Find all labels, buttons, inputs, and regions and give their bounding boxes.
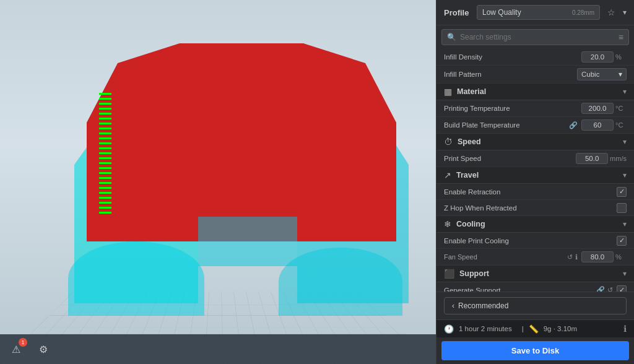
recommended-back-icon: ‹ <box>452 301 454 310</box>
generate-support-row: Generate Support 🔗 ↺ ✓ <box>436 282 634 292</box>
infill-density-unit: % <box>615 53 627 61</box>
infill-pattern-dropdown[interactable]: Cubic ▾ <box>577 68 627 80</box>
3d-viewport: ⚠ 1 ⚙ <box>0 0 436 364</box>
infill-density-row: Infill Density 20.0 % <box>436 49 634 66</box>
profile-header: Profile Low Quality 0.28mm ☆ ▾ <box>436 0 634 25</box>
build-plate-temp-label: Build Plate Temperature <box>444 121 569 129</box>
model-seam-lines <box>99 93 111 217</box>
build-plate-temp-row: Build Plate Temperature 🔗 60 °C <box>436 117 634 134</box>
travel-chevron-icon: ▾ <box>623 171 627 180</box>
recommended-button[interactable]: ‹ Recommended <box>444 297 627 314</box>
separator: | <box>522 325 524 332</box>
enable-retraction-label: Enable Retraction <box>444 188 617 196</box>
travel-icon: ↗ <box>444 170 451 180</box>
speed-title: Speed <box>458 137 623 146</box>
enable-cooling-checkbox[interactable]: ✓ <box>617 236 627 246</box>
notification-button[interactable]: ⚠ 1 <box>7 340 25 358</box>
printing-temp-value[interactable]: 200.0 <box>581 103 614 114</box>
model-main-body <box>87 43 396 241</box>
cooling-title: Cooling <box>456 220 623 228</box>
search-bar: 🔍 ≡ <box>441 29 629 45</box>
cooling-chevron-icon: ▾ <box>623 220 627 228</box>
fan-speed-unit: % <box>615 253 627 261</box>
zhop-label: Z Hop When Retracted <box>444 204 617 212</box>
profile-expand-icon[interactable]: ▾ <box>623 8 627 17</box>
support-icon: ⬛ <box>444 269 454 279</box>
save-to-disk-button[interactable]: Save to Disk <box>441 341 629 360</box>
print-speed-value[interactable]: 50.0 <box>576 153 608 164</box>
printing-temp-row: Printing Temperature 200.0 °C <box>436 100 634 117</box>
support-title: Support <box>459 269 623 278</box>
infill-density-label: Infill Density <box>444 53 581 61</box>
travel-section[interactable]: ↗ Travel ▾ <box>436 167 634 184</box>
3d-model <box>37 19 421 328</box>
search-input[interactable] <box>460 33 615 41</box>
enable-retraction-checkbox[interactable]: ✓ <box>617 187 627 197</box>
profile-label: Profile <box>444 8 472 17</box>
material-icon: ▦ <box>444 87 452 97</box>
recommended-bar: ‹ Recommended <box>436 292 634 319</box>
print-speed-row: Print Speed 50.0 mm/s <box>436 150 634 167</box>
material-chevron-icon: ▾ <box>623 87 627 96</box>
settings-list: Infill Density 20.0 % Infill Pattern Cub… <box>436 49 634 292</box>
profile-select[interactable]: Low Quality 0.28mm <box>477 5 600 20</box>
support-section[interactable]: ⬛ Support ▾ <box>436 266 634 282</box>
material-title: Material <box>457 87 623 96</box>
profile-placeholder: 0.28mm <box>572 9 594 16</box>
search-icon: 🔍 <box>447 33 456 41</box>
speed-icon: ⏱ <box>444 137 453 147</box>
speed-chevron-icon: ▾ <box>623 137 627 146</box>
bottom-info-bar: 🕐 1 hour 2 minutes | 📏 9g · 3.10m ℹ <box>436 319 634 337</box>
settings-icon[interactable]: ⚙ <box>35 340 52 358</box>
fan-speed-label: Fan Speed <box>444 253 567 261</box>
printing-temp-unit: °C <box>615 105 627 112</box>
speed-section[interactable]: ⏱ Speed ▾ <box>436 134 634 150</box>
cooling-icon: ❄ <box>444 219 451 229</box>
enable-retraction-row: Enable Retraction ✓ <box>436 184 634 200</box>
fan-speed-row: Fan Speed ↺ ℹ 80.0 % <box>436 249 634 266</box>
infill-pattern-label: Infill Pattern <box>444 71 577 78</box>
recommended-label: Recommended <box>458 301 508 310</box>
generate-support-checkbox[interactable]: ✓ <box>617 285 627 292</box>
build-plate-temp-value[interactable]: 60 <box>581 119 614 131</box>
infill-pattern-row: Infill Pattern Cubic ▾ <box>436 66 634 84</box>
print-time: 1 hour 2 minutes <box>459 325 512 332</box>
print-speed-label: Print Speed <box>444 155 576 162</box>
infill-density-value[interactable]: 20.0 <box>581 51 614 63</box>
model-base-right <box>279 248 402 316</box>
generate-support-label: Generate Support <box>444 287 596 292</box>
time-icon: 🕐 <box>444 324 454 334</box>
material-usage: 9g · 3.10m <box>544 325 577 332</box>
cooling-section[interactable]: ❄ Cooling ▾ <box>436 216 634 233</box>
model-base-left <box>68 241 204 316</box>
zhop-row: Z Hop When Retracted <box>436 200 634 216</box>
gen-support-link-icon[interactable]: 🔗 <box>596 286 605 292</box>
notification-badge: 1 <box>19 338 27 347</box>
fan-speed-info-icon[interactable]: ℹ <box>575 253 578 261</box>
support-chevron-icon: ▾ <box>623 269 627 278</box>
build-plate-temp-unit: °C <box>615 121 627 129</box>
build-plate-link-icon[interactable]: 🔗 <box>569 121 578 129</box>
viewport-toolbar: ⚠ 1 ⚙ <box>0 334 436 364</box>
gen-support-reset-icon[interactable]: ↺ <box>607 286 613 292</box>
material-section[interactable]: ▦ Material ▾ <box>436 84 634 100</box>
info-button[interactable]: ℹ <box>623 324 627 334</box>
zhop-checkbox[interactable] <box>617 203 627 213</box>
settings-panel: Profile Low Quality 0.28mm ☆ ▾ 🔍 ≡ Infil… <box>436 0 634 364</box>
enable-cooling-row: Enable Print Cooling ✓ <box>436 233 634 249</box>
enable-cooling-label: Enable Print Cooling <box>444 237 617 245</box>
search-menu-icon[interactable]: ≡ <box>619 32 623 42</box>
profile-star-icon[interactable]: ☆ <box>605 7 618 17</box>
profile-value: Low Quality <box>482 8 521 17</box>
travel-title: Travel <box>456 171 623 180</box>
model-support-mid <box>198 217 297 266</box>
material-usage-icon: 📏 <box>529 324 539 334</box>
fan-speed-reset-icon[interactable]: ↺ <box>567 253 573 261</box>
print-speed-unit: mm/s <box>610 155 627 162</box>
fan-speed-value[interactable]: 80.0 <box>581 251 614 262</box>
printing-temp-label: Printing Temperature <box>444 105 581 112</box>
